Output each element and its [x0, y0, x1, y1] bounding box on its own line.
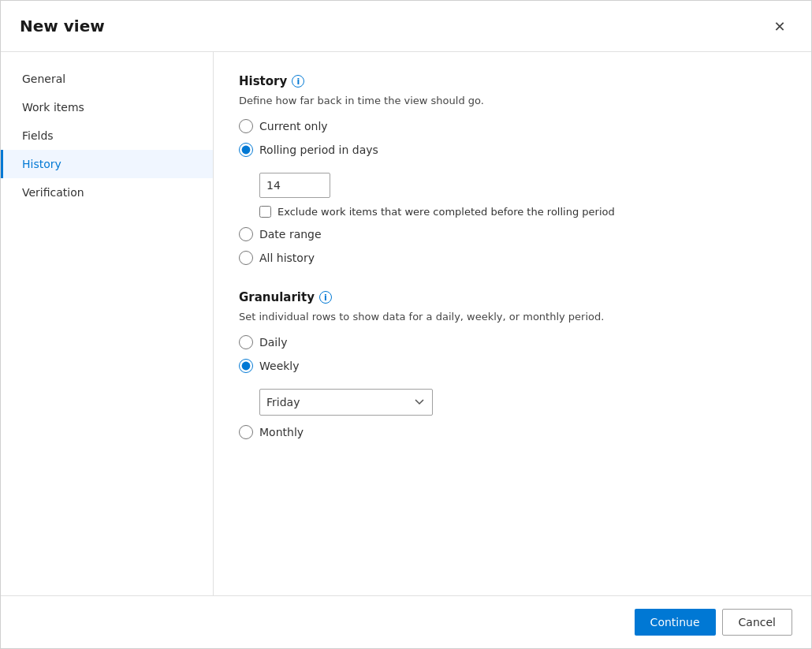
- history-option-all-history[interactable]: All history: [239, 251, 786, 265]
- granularity-option-weekly[interactable]: Weekly: [239, 359, 786, 373]
- radio-monthly[interactable]: [239, 425, 253, 439]
- history-option-current-only[interactable]: Current only: [239, 119, 786, 133]
- history-description: Define how far back in time the view sho…: [239, 95, 786, 106]
- cancel-button[interactable]: Cancel: [722, 609, 792, 636]
- weekly-sub-options: Monday Tuesday Wednesday Thursday Friday…: [259, 389, 786, 416]
- exclude-checkbox[interactable]: [259, 206, 271, 218]
- dialog: New view ✕ General Work items Fields His…: [0, 0, 812, 649]
- sidebar-item-work-items[interactable]: Work items: [1, 93, 213, 121]
- history-option-rolling-period[interactable]: Rolling period in days: [239, 143, 786, 157]
- history-section: History i Define how far back in time th…: [239, 74, 786, 265]
- main-content: History i Define how far back in time th…: [214, 52, 811, 595]
- granularity-option-monthly[interactable]: Monthly: [239, 425, 786, 439]
- history-title: History i: [239, 74, 786, 88]
- dialog-footer: Continue Cancel: [1, 595, 811, 648]
- radio-weekly[interactable]: [239, 359, 253, 373]
- sidebar-item-fields[interactable]: Fields: [1, 121, 213, 150]
- history-info-icon: i: [292, 75, 304, 88]
- continue-button[interactable]: Continue: [635, 609, 716, 636]
- granularity-description: Set individual rows to show data for a d…: [239, 311, 786, 323]
- granularity-title: Granularity i: [239, 290, 786, 304]
- dialog-title: New view: [20, 17, 105, 35]
- radio-current-only[interactable]: [239, 119, 253, 133]
- rolling-sub-options: Exclude work items that were completed b…: [259, 173, 786, 218]
- sidebar-item-verification[interactable]: Verification: [1, 178, 213, 207]
- granularity-radio-group: Daily Weekly Monday Tuesday Wednesday: [239, 335, 786, 439]
- history-option-date-range[interactable]: Date range: [239, 227, 786, 241]
- history-radio-group: Current only Rolling period in days Excl…: [239, 119, 786, 265]
- close-button[interactable]: ✕: [767, 13, 792, 39]
- radio-all-history[interactable]: [239, 251, 253, 265]
- dialog-body: General Work items Fields History Verifi…: [1, 52, 811, 595]
- sidebar-item-general[interactable]: General: [1, 65, 213, 93]
- close-icon: ✕: [773, 18, 785, 35]
- sidebar-item-history[interactable]: History: [1, 150, 213, 178]
- granularity-section: Granularity i Set individual rows to sho…: [239, 290, 786, 439]
- weekly-day-select[interactable]: Monday Tuesday Wednesday Thursday Friday…: [259, 389, 433, 416]
- radio-daily[interactable]: [239, 335, 253, 349]
- granularity-option-daily[interactable]: Daily: [239, 335, 786, 349]
- radio-rolling-period[interactable]: [239, 143, 253, 157]
- granularity-info-icon: i: [319, 291, 332, 304]
- rolling-days-input[interactable]: [259, 173, 330, 198]
- radio-date-range[interactable]: [239, 227, 253, 241]
- exclude-checkbox-row[interactable]: Exclude work items that were completed b…: [259, 206, 786, 218]
- sidebar: General Work items Fields History Verifi…: [1, 52, 214, 595]
- dialog-header: New view ✕: [1, 1, 811, 52]
